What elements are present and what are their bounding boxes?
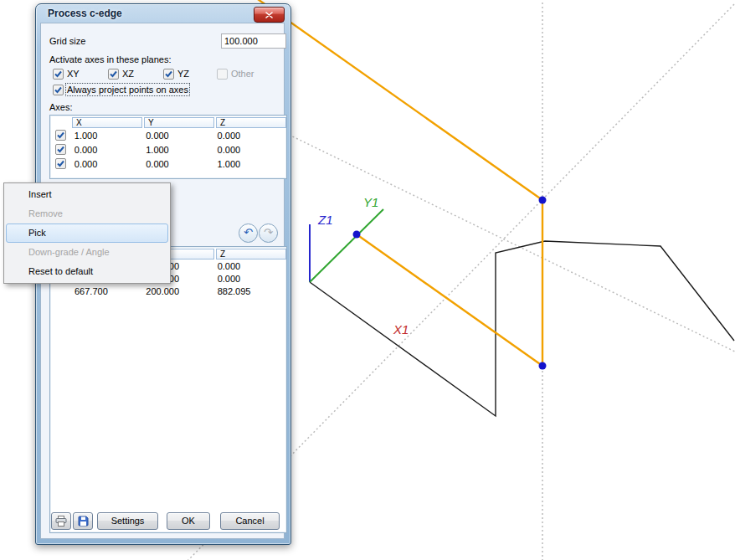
axes-table-row[interactable]: 0.000 1.000 0.000: [50, 142, 286, 157]
points-column-z[interactable]: Z: [216, 249, 286, 259]
check-icon: [109, 69, 118, 79]
menu-item-reset-to-default[interactable]: Reset to default: [6, 262, 168, 281]
checkbox-project[interactable]: [53, 85, 64, 95]
check-icon: [56, 131, 65, 140]
z-axis-label: Z1: [317, 213, 333, 227]
axes-section-label: Axes:: [49, 102, 73, 112]
part-geometry-polyline[interactable]: [310, 241, 734, 416]
check-icon: [54, 85, 63, 95]
print-button[interactable]: [51, 512, 71, 530]
edge-point-middle[interactable]: [539, 362, 547, 370]
grid-size-label: Grid size: [49, 36, 85, 46]
axis-z-value[interactable]: 0.000: [215, 131, 286, 141]
c-edge-segment-upper[interactable]: [249, 0, 542, 200]
axes-table-row[interactable]: 1.000 0.000 0.000: [50, 128, 286, 142]
settings-button[interactable]: Settings: [97, 512, 158, 530]
edge-point-top[interactable]: [539, 197, 547, 204]
axes-table-header: X Y Z: [50, 116, 286, 128]
axes-column-z[interactable]: Z: [216, 117, 286, 128]
point-z-value[interactable]: 882.095: [215, 286, 286, 296]
point-row[interactable]: 667.700 200.000 882.095: [50, 285, 286, 297]
menu-item-insert[interactable]: Insert: [6, 185, 168, 204]
save-button[interactable]: [73, 512, 93, 530]
menu-item-remove: Remove: [6, 204, 168, 223]
point-z-value[interactable]: 0.000: [215, 261, 286, 271]
grid-size-input[interactable]: [221, 33, 286, 49]
close-icon: [265, 12, 273, 18]
menu-item-downgrade-angle: Down-grade / Angle: [6, 243, 168, 262]
planes-label: Activate axes in these planes:: [49, 54, 172, 64]
checkbox-xy-label[interactable]: XY: [67, 69, 80, 79]
axis-z-value[interactable]: 1.000: [215, 159, 286, 169]
axis-y-value[interactable]: 0.000: [143, 131, 214, 141]
axis-row-checkbox[interactable]: [55, 158, 66, 169]
redo-button[interactable]: ↷: [259, 223, 278, 243]
undo-icon: ↶: [244, 226, 253, 239]
ok-button[interactable]: OK: [167, 512, 210, 530]
checkbox-xy[interactable]: [53, 69, 64, 80]
menu-item-pick[interactable]: Pick: [6, 223, 168, 243]
printer-icon: [55, 516, 67, 527]
axis-row-checkbox[interactable]: [55, 130, 66, 141]
axis-x-value[interactable]: 0.000: [72, 159, 143, 169]
save-icon: [78, 516, 89, 527]
close-button[interactable]: [254, 7, 285, 23]
axes-table-row[interactable]: 0.000 0.000 1.000: [50, 157, 286, 171]
checkbox-project-label[interactable]: Always project points on axes: [67, 85, 188, 95]
axis-row-checkbox[interactable]: [55, 144, 66, 155]
cancel-button[interactable]: Cancel: [220, 512, 280, 530]
axis-y-value[interactable]: 1.000: [143, 145, 214, 155]
checkbox-other-label: Other: [231, 69, 254, 79]
context-menu: Insert Remove Pick Down-grade / Angle Re…: [3, 182, 171, 284]
y-axis-label: Y1: [363, 195, 378, 209]
checkbox-xz-label[interactable]: XZ: [122, 69, 134, 79]
x-axis-label: X1: [393, 322, 409, 337]
dialog-title: Process c-edge: [48, 8, 122, 19]
axis-x-value[interactable]: 0.000: [72, 145, 143, 155]
redo-icon: ↷: [264, 226, 273, 239]
point-z-value[interactable]: 0.000: [215, 274, 286, 284]
axis-z-value[interactable]: 0.000: [215, 145, 286, 155]
axes-column-x[interactable]: X: [72, 117, 142, 128]
c-edge-segment-lower[interactable]: [357, 234, 542, 366]
checkbox-xz[interactable]: [108, 69, 119, 80]
points-table: X Y Z 0.000 200.000 0.000 667.700 200.00…: [49, 246, 287, 533]
undo-button[interactable]: ↶: [239, 223, 258, 243]
dialog-titlebar[interactable]: Process c-edge: [36, 4, 290, 23]
check-icon: [56, 145, 65, 154]
check-icon: [56, 159, 65, 168]
check-icon: [164, 69, 173, 79]
point-y-value[interactable]: 200.000: [143, 286, 214, 296]
checkbox-yz-label[interactable]: YZ: [177, 69, 189, 79]
checkbox-other: [217, 69, 228, 80]
construction-line-diagonal-right: [251, 116, 735, 353]
point-x-value[interactable]: 667.700: [72, 286, 143, 296]
axis-y-value[interactable]: 0.000: [143, 159, 214, 169]
axes-table: X Y Z 1.000 0.000 0.000 0.000 1.000 0.00…: [49, 115, 287, 179]
check-icon: [54, 69, 63, 79]
axes-column-y[interactable]: Y: [144, 117, 214, 128]
axis-x-value[interactable]: 1.000: [72, 131, 143, 141]
checkbox-yz[interactable]: [163, 69, 174, 80]
edge-point-start[interactable]: [353, 231, 361, 239]
